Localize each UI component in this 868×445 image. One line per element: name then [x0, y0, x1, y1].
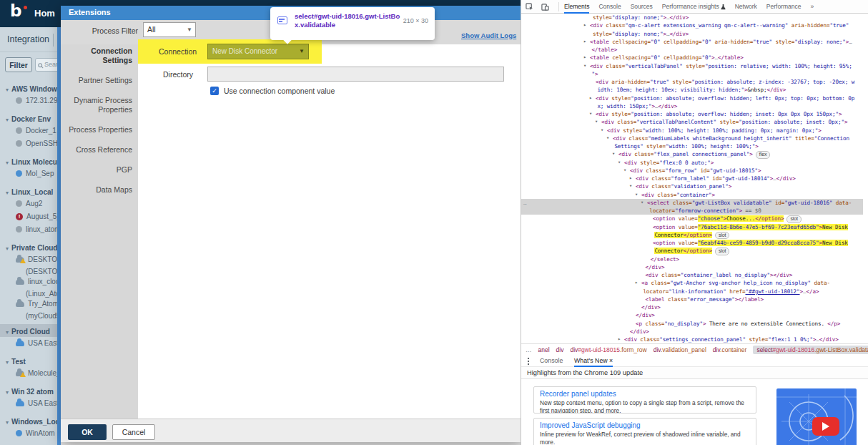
twisty-icon[interactable]: ▾ [583, 62, 586, 70]
dom-tree-line[interactable]: ▾<div style="width: 100%; height: 100%; … [521, 127, 863, 135]
dom-tree-line[interactable]: …▾<select class="gwt-ListBox validatable… [521, 199, 863, 207]
inspect-element-icon[interactable] [526, 3, 533, 11]
dom-tree-line[interactable]: ▸<a class="gwt-Anchor svg-anchor help_ic… [521, 279, 863, 287]
dialog-tab-process-properties[interactable]: Process Properties [64, 125, 132, 135]
tree-item[interactable]: Aug2 [0, 197, 61, 210]
breadcrumb-item[interactable]: … [526, 346, 532, 353]
twisty-icon[interactable]: ▾ [589, 110, 592, 118]
more-options-icon[interactable] [528, 358, 529, 359]
tree-group[interactable]: ▾Linux_Local [0, 185, 61, 197]
dom-tree-line[interactable]: ▾<div style="position: absolute; overflo… [521, 110, 863, 118]
dom-tree-line[interactable]: ▸<table cellspacing="0" cellpadding="0" … [521, 38, 863, 46]
dom-tree-line[interactable]: ▸<div class="settings_connection_panel" … [521, 336, 863, 343]
dom-tree-line[interactable]: </table> [521, 46, 863, 54]
dom-tree-line[interactable]: <div aria-hidden="true" style="position:… [521, 78, 863, 86]
devtools-tab-sources[interactable]: Sources [631, 0, 653, 14]
twisty-icon[interactable]: ▸ [583, 38, 586, 46]
breadcrumb-item[interactable]: anel [538, 346, 550, 353]
dialog-tab-data-maps[interactable]: Data Maps [64, 185, 132, 195]
twisty-icon[interactable]: ▾ [612, 150, 615, 158]
dom-tree-line[interactable]: ▸<div class="qm-c-alert extensions_warni… [521, 21, 863, 29]
twisty-icon[interactable]: ▸ [635, 279, 638, 287]
dom-tree-line[interactable]: ▾<div class="verticalTabPanelContent" st… [521, 118, 863, 126]
twisty-icon[interactable]: ▾ [641, 199, 643, 207]
dom-tree-line[interactable]: <option value="6eabf44b-ce59-4859-b9d0-d… [521, 239, 863, 247]
dom-tree-line[interactable]: ▾<div class="flex_panel connections_pane… [521, 150, 863, 158]
dialog-tab-connection-settings[interactable]: Connection Settings [64, 47, 132, 65]
dialog-tab-dynamic-process-properties[interactable]: Dynamic Process Properties [64, 96, 132, 114]
card-title-link[interactable]: Improved JavaScript debugging [540, 421, 750, 429]
tree-item[interactable]: WinAtom [0, 427, 61, 440]
dom-tree-line[interactable]: x; width: 150px;">…</div> [521, 102, 863, 110]
dom-tree-line[interactable]: ▾<div class="verticalTabPanel" style="po… [521, 62, 863, 70]
twisty-icon[interactable]: ▸ [629, 175, 632, 182]
dom-tree-line[interactable]: style="display: none;">…</div> [521, 14, 863, 21]
tab-console[interactable]: Console [540, 355, 563, 367]
tree-item[interactable]: 172.31.29.1 [0, 94, 61, 107]
dom-tree-line[interactable]: locator="link-information" href="##gwt-u… [521, 288, 863, 295]
dialog-tab-partner-settings[interactable]: Partner Settings [64, 76, 132, 85]
device-toolbar-icon[interactable] [541, 3, 549, 11]
dom-tree-line[interactable]: ▾<div style="flex:0 0 auto;"> [521, 159, 863, 167]
dom-tree-line[interactable]: Connector</option>slot [521, 231, 863, 239]
chevron-down-icon[interactable]: ▾ [6, 160, 9, 166]
dom-tree-line[interactable]: Settings" style="width: 100%; height: 10… [521, 142, 863, 150]
dom-tree-line[interactable]: ▸<div class="form_label" id="gwt-uid-180… [521, 175, 863, 182]
flex-badge[interactable]: flex [756, 151, 771, 158]
tree-item[interactable]: !August_5_I [0, 210, 61, 223]
dom-tree-line[interactable]: </select> [521, 255, 863, 263]
dom-tree-line[interactable]: ▾<div class="form_row" id="gwt-uid-18015… [521, 167, 863, 175]
dom-tree-line[interactable]: <div class="container_label no_display">… [521, 271, 863, 279]
directory-input[interactable] [207, 67, 504, 82]
tree-item[interactable]: linux_atom [0, 223, 61, 236]
slot-badge[interactable]: slot [786, 215, 802, 222]
dom-tree-line[interactable]: ▾<div class="container"> [521, 191, 863, 199]
chevron-down-icon[interactable]: ▾ [6, 419, 9, 426]
tree-item[interactable]: Try_AtomCl [0, 298, 61, 310]
tree-item[interactable]: Mol_Sep [0, 167, 61, 180]
tree-group[interactable]: ▾Prod Cloud [0, 324, 61, 337]
tree-group[interactable]: ▾Test [0, 354, 61, 367]
tree-item[interactable]: DESKTOP-1 [0, 253, 61, 266]
play-button-icon[interactable] [812, 417, 839, 436]
twisty-icon[interactable]: ▾ [618, 159, 621, 167]
twisty-icon[interactable]: ▾ [601, 127, 603, 135]
dom-tree-line[interactable]: <option value="76abc11d-8b6e-47e5-bf69-7… [521, 223, 863, 231]
chevron-down-icon[interactable]: ▾ [6, 190, 9, 196]
chevron-down-icon[interactable]: ▾ [6, 245, 9, 252]
breadcrumb-item[interactable]: div [556, 346, 564, 353]
use-connection-checkbox[interactable]: ✓ [210, 87, 219, 95]
dom-tree-line[interactable]: </div> [521, 328, 863, 336]
tree-group[interactable]: ▾Docker Env [0, 112, 61, 124]
devtools-tab-performance-insights[interactable]: Performance insights [662, 0, 726, 14]
devtools-tab-elements[interactable]: Elements [564, 0, 589, 14]
devtools-tab-network[interactable]: Network [735, 0, 757, 14]
tab-integration[interactable]: Integration [7, 34, 49, 44]
chevron-down-icon[interactable]: ▾ [6, 117, 9, 123]
tree-item[interactable]: Molecule_Ja [0, 367, 61, 380]
dom-tree-line[interactable]: <option value="choose">Choose...</option… [521, 215, 863, 222]
twisty-icon[interactable]: ▸ [618, 336, 621, 343]
tree-group[interactable]: ▾Private Cloud [0, 240, 61, 253]
tree-group[interactable]: ▾AWS Windows E [0, 82, 61, 94]
dom-tree-line[interactable]: "> [521, 70, 863, 78]
slot-badge[interactable]: slot [715, 232, 730, 239]
chevron-down-icon[interactable]: ▾ [6, 87, 9, 93]
tree-item[interactable]: USA East In [0, 337, 61, 350]
dom-tree-line[interactable]: locator="formrow-connection"> == $0 [521, 207, 863, 215]
dom-tree-line[interactable]: </div> [521, 303, 863, 311]
tree-group[interactable]: ▾Linux Molecule [0, 155, 61, 167]
tree-group[interactable]: ▾Win 32 atom [0, 384, 61, 397]
slot-badge[interactable]: slot [715, 248, 730, 255]
dom-tree-line[interactable]: <label class="error_message"></label> [521, 295, 863, 303]
show-audit-logs-link[interactable]: Show Audit Logs [461, 31, 516, 39]
dom-tree-line[interactable]: Connector</option>slot [521, 247, 863, 255]
tree-item[interactable]: linux_cloud [0, 275, 61, 288]
breadcrumb-item[interactable]: select#gwt-uid-18016.gwt-ListBox.validat… [753, 346, 868, 354]
dom-tree-line[interactable]: ▾<div class="mediumLabels whiteBackgroun… [521, 135, 863, 142]
dom-tree-line[interactable]: <p class="no_display"> There are no exte… [521, 320, 863, 328]
breadcrumb-item[interactable]: div.validation_panel [654, 346, 706, 353]
twisty-icon[interactable]: ▸ [583, 21, 586, 29]
dom-tree-line[interactable]: ▸<table cellspacing="0" cellpadding="0">… [521, 54, 863, 62]
chevron-down-icon[interactable]: ▾ [6, 389, 9, 396]
